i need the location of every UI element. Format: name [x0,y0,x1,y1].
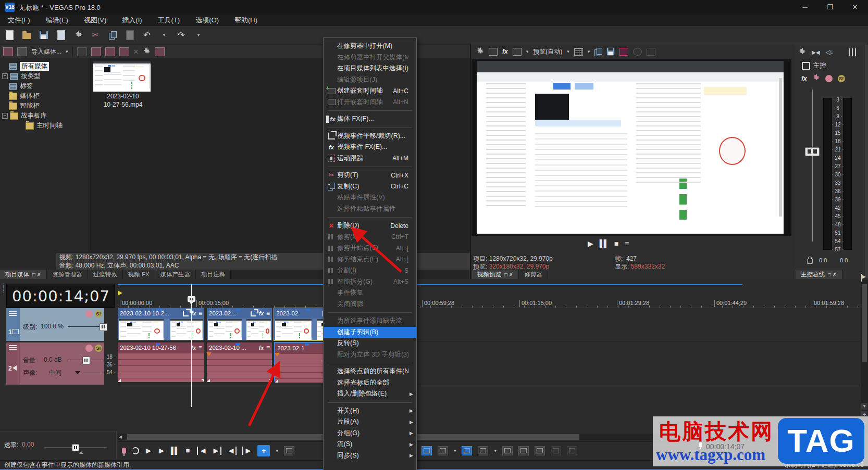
redo-dropdown-icon[interactable]: ▾ [192,29,205,41]
video-output-fx-icon[interactable]: fx [502,48,508,55]
next-frame-icon[interactable]: ▶ [242,447,252,455]
close-button[interactable]: ✕ [843,0,867,15]
undo-icon[interactable]: ↶ [141,29,153,41]
maximize-button[interactable]: ❐ [818,0,842,15]
loop-playback-icon[interactable] [132,447,139,454]
media-tab-1[interactable]: 资源管理器 [47,270,88,279]
sidebar-item-3[interactable]: 媒体柜 [2,91,40,101]
event-fx-icon[interactable]: fx [191,345,196,351]
sidebar-item-6[interactable]: 主时间轴 [19,121,63,131]
rate-handle[interactable] [72,444,79,451]
play-from-start-icon[interactable]: ▶ [145,447,152,455]
enable-snapping-icon[interactable] [462,446,472,455]
get-media-from-web-icon[interactable] [119,47,129,56]
media-clip-thumbnail[interactable] [93,61,151,92]
event-fx-icon[interactable]: fx [191,311,196,316]
gear-icon[interactable] [798,47,806,57]
track2-solo-icon[interactable]: S! [95,345,102,352]
event-menu-icon[interactable]: ≡ [199,344,202,351]
menubar-item-0[interactable]: 文件(F) [0,15,38,26]
save-snapshot-icon[interactable] [607,48,614,55]
ripple-dropdown-icon[interactable]: ▾ [454,448,456,453]
menu-item-11[interactable]: 运动跟踪Alt+M [324,153,416,164]
tree-expander-icon[interactable]: + [2,73,8,79]
fade-corner[interactable] [118,379,121,382]
project-properties-icon[interactable] [72,29,84,41]
menu-item-37[interactable]: 片段(A)▶ [324,416,416,428]
pan-dropdown-icon[interactable] [75,371,80,374]
pause-icon[interactable]: ▌▌ [171,447,178,455]
import-dropdown-icon[interactable]: ▾ [66,49,68,54]
track-header-video[interactable]: 1 S! 级别: 100.0 % [6,308,104,341]
tab-window-controls[interactable]: □ ✗ [32,272,41,277]
preview-tab-0[interactable]: 视频预览□ ✗ [472,270,519,279]
media-tab-2[interactable]: 过渡特效 [88,270,123,279]
go-to-end-icon[interactable]: ▶ [212,447,221,455]
fade-corner[interactable] [201,379,204,382]
edit-details-icon[interactable] [551,446,561,455]
menu-item-18[interactable]: ×删除(D)Delete [324,220,416,232]
loop-region-start-marker[interactable] [118,290,122,296]
gear-icon[interactable] [812,73,820,83]
gear-icon[interactable] [476,47,484,57]
normal-edit-tool-icon[interactable]: + [257,445,270,456]
external-monitor-icon[interactable] [489,48,498,56]
stop-icon[interactable]: ■ [184,447,191,455]
save-project-icon[interactable] [38,29,50,41]
pan-crop-icon[interactable] [183,311,189,316]
tab-window-controls[interactable]: □ ✗ [504,272,513,277]
minimize-button[interactable]: ─ [793,0,817,15]
tree-expander-icon[interactable]: − [2,113,8,119]
gear-icon[interactable] [143,47,151,57]
menubar-item-4[interactable]: 工具(T) [150,15,188,26]
menubar-item-1[interactable]: 编辑(E) [38,15,76,26]
sidebar-item-0[interactable]: 所有媒体 [2,61,49,71]
media-tab-5[interactable]: 项目注释 [196,270,231,279]
menu-item-32[interactable]: 选择终点前的所有事件(N) [324,366,416,377]
menu-item-36[interactable]: 开关(H)▶ [324,405,416,417]
pause-icon[interactable]: ▌▌ [600,239,608,248]
media-tab-4[interactable]: 媒体产生器 [155,270,196,279]
replace-media-icon[interactable] [91,47,101,56]
stop-icon[interactable]: ■ [614,239,618,248]
menu-item-9[interactable]: 视频事件平移/裁切(R)... [324,131,416,142]
pan-crop-icon[interactable] [251,311,256,316]
record-icon[interactable] [122,448,126,454]
audio-event-1[interactable]: 2023-02-10 ...fx≡ [207,342,272,382]
media-tab-0[interactable]: 项目媒体□ ✗ [0,270,47,279]
preview-menu-icon[interactable]: ≡ [625,239,629,248]
copy-icon[interactable] [106,29,119,41]
quantize-to-frames-icon[interactable] [478,446,488,455]
solo-icon[interactable]: S! [838,75,845,82]
vscroll-thumb[interactable] [862,284,867,362]
sidebar-item-4[interactable]: 智能柜 [2,101,40,111]
edit-tool-dropdown-icon[interactable]: ▾ [276,448,278,453]
open-project-icon[interactable] [20,29,33,41]
paste-icon[interactable] [123,29,136,41]
menu-item-33[interactable]: 选择光标后的全部 [324,377,416,389]
video-event-1[interactable]: 2023-02...fx≡ [207,308,272,340]
remove-unused-media-icon[interactable] [3,47,13,56]
media-tab-3[interactable]: 视频 FX [123,270,155,279]
master-fader-handle[interactable] [805,147,820,156]
track1-level-handle[interactable] [100,323,107,331]
fade-handle-icon[interactable] [206,352,212,356]
preview-quality-label[interactable]: 预览(自动) [533,47,562,56]
redo-icon[interactable]: ↷ [175,29,188,41]
render-as-icon[interactable] [55,29,67,41]
downmix-output-icon[interactable]: ▶◀ [812,49,820,55]
timeline-marker-flag-icon[interactable] [861,274,867,282]
track-menu-icon[interactable] [9,345,17,351]
menu-item-34[interactable]: 插入/删除包络(E)▶ [324,388,416,400]
menu-item-38[interactable]: 分组(G)▶ [324,428,416,439]
hscroll-left-icon[interactable]: ◀ [119,435,122,439]
menubar-item-6[interactable]: 帮助(H) [227,15,265,26]
menu-item-39[interactable]: 流(S)▶ [324,439,416,450]
import-media-label[interactable]: 导入媒体... [31,47,61,56]
ignore-event-grouping-icon[interactable] [518,446,529,455]
go-to-start-icon[interactable]: ◀ [197,447,206,455]
menu-item-10[interactable]: fx视频事件 FX(E)... [324,142,416,153]
fade-corner[interactable] [269,379,272,382]
cut-icon[interactable]: ✂ [89,29,102,41]
event-menu-icon[interactable]: ≡ [199,310,202,317]
